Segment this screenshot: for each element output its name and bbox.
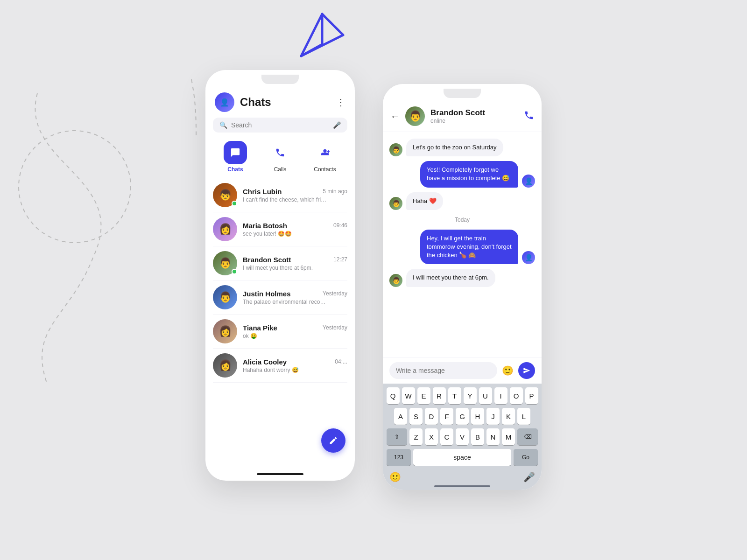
key-j[interactable]: J xyxy=(486,408,500,425)
space-key[interactable]: space xyxy=(413,449,511,466)
list-item[interactable]: 👨 Brandon Scott 12:27 I will meet you th… xyxy=(213,246,347,280)
key-v[interactable]: V xyxy=(456,428,469,445)
key-s[interactable]: S xyxy=(409,408,423,425)
key-l[interactable]: L xyxy=(517,408,530,425)
key-y[interactable]: Y xyxy=(464,387,477,404)
list-item[interactable]: 👩 Tiana Pike Yesterday ok 🤑 xyxy=(213,315,347,349)
key-w[interactable]: W xyxy=(402,387,415,404)
list-item[interactable]: 👩 Alicia Cooley 04:... Hahaha dont worry… xyxy=(213,349,347,383)
keyboard-emoji-row: 🙂 🎤 xyxy=(386,469,539,485)
phone-top-bar xyxy=(205,70,355,89)
chat-avatar: 👩 xyxy=(213,217,237,241)
msg-avatar: 👨 xyxy=(389,197,402,210)
key-m[interactable]: M xyxy=(502,428,515,445)
chat-preview: I can't find the cheese, which fridge is… xyxy=(243,196,327,203)
emoji-button[interactable]: 🙂 xyxy=(502,365,514,376)
key-g[interactable]: G xyxy=(456,408,469,425)
message-bubble: Let's go to the zoo on Saturday xyxy=(406,139,503,156)
keyboard-row-2: A S D F G H J K L xyxy=(386,408,539,425)
key-h[interactable]: H xyxy=(471,408,484,425)
key-b[interactable]: B xyxy=(471,428,484,445)
key-p[interactable]: P xyxy=(525,387,538,404)
tab-contacts[interactable]: Contacts xyxy=(313,141,337,173)
tab-contacts-label: Contacts xyxy=(314,166,336,173)
delete-key[interactable]: ⌫ xyxy=(517,428,538,445)
chat-list: 👦 Chris Lubin 5 min ago I can't find the… xyxy=(205,178,355,383)
call-button[interactable] xyxy=(524,110,534,123)
list-item[interactable]: 👨 Justin Holmes Yesterday The palaeo env… xyxy=(213,280,347,315)
msg-avatar-self: 👤 xyxy=(522,175,535,188)
chat-name: Chris Lubin xyxy=(243,188,282,196)
phone-notch xyxy=(261,75,299,84)
key-u[interactable]: U xyxy=(479,387,492,404)
key-d[interactable]: D xyxy=(425,408,438,425)
key-t[interactable]: T xyxy=(448,387,461,404)
message-input[interactable] xyxy=(389,362,497,379)
shift-key[interactable]: ⇧ xyxy=(387,428,407,445)
chat-time: 5 min ago xyxy=(323,188,347,195)
chat-info: Brandon Scott 12:27 I will meet you ther… xyxy=(243,256,347,271)
chat-info: Justin Holmes Yesterday The palaeo envir… xyxy=(243,290,347,305)
key-q[interactable]: Q xyxy=(387,387,400,404)
key-z[interactable]: Z xyxy=(409,428,423,445)
chat-time: 04:... xyxy=(335,358,347,365)
message-row: Yes!! Completely forgot we have a missio… xyxy=(389,161,535,187)
tab-calls-label: Calls xyxy=(274,166,287,173)
chat-info: Chris Lubin 5 min ago I can't find the c… xyxy=(243,188,347,203)
key-e[interactable]: E xyxy=(417,387,430,404)
chat-avatar: 👩 xyxy=(213,353,237,378)
tab-calls[interactable]: Calls xyxy=(268,141,292,173)
key-r[interactable]: R xyxy=(433,387,446,404)
home-indicator-keyboard xyxy=(434,485,490,487)
tabs: Chats Calls Contacts xyxy=(205,139,355,178)
keyboard-emoji-icon[interactable]: 🙂 xyxy=(389,471,401,483)
keyboard-mic-icon[interactable]: 🎤 xyxy=(523,471,535,483)
message-bubble: Haha ❤️ xyxy=(406,192,443,210)
chat-detail-phone: ← 👨 Brandon Scott online 👨 Let's go to t… xyxy=(383,84,542,490)
list-item[interactable]: 👩 Maria Botosh 09:46 see you later! 🤩🤩 xyxy=(213,212,347,246)
search-input[interactable] xyxy=(231,121,329,129)
search-bar[interactable]: 🔍 🎤 xyxy=(213,118,347,133)
message-row: 👨 Let's go to the zoo on Saturday xyxy=(389,139,535,156)
search-icon: 🔍 xyxy=(219,121,227,129)
key-a[interactable]: A xyxy=(394,408,407,425)
key-c[interactable]: C xyxy=(440,428,453,445)
numbers-key[interactable]: 123 xyxy=(387,449,411,466)
chat-avatar: 👩 xyxy=(213,319,237,343)
msg-avatar: 👨 xyxy=(389,274,402,287)
app-logo-icon xyxy=(296,9,348,63)
compose-button[interactable] xyxy=(321,428,345,453)
contact-info: Brandon Scott online xyxy=(430,108,518,124)
messages-area: 👨 Let's go to the zoo on Saturday Yes!! … xyxy=(383,132,542,357)
key-f[interactable]: F xyxy=(440,408,453,425)
keyboard-row-4: 123 space Go xyxy=(386,449,539,466)
svg-rect-4 xyxy=(328,150,329,154)
chat-avatar: 👨 xyxy=(213,251,237,275)
list-item[interactable]: 👦 Chris Lubin 5 min ago I can't find the… xyxy=(213,178,347,212)
contact-name: Brandon Scott xyxy=(430,108,518,118)
user-avatar: 👤 xyxy=(215,92,234,112)
chats-tab-icon-bg xyxy=(224,141,247,164)
key-o[interactable]: O xyxy=(510,387,523,404)
back-button[interactable]: ← xyxy=(390,111,400,122)
key-x[interactable]: X xyxy=(425,428,438,445)
keyboard: Q W E R T Y U I O P A S D F G H J K xyxy=(383,384,542,490)
key-n[interactable]: N xyxy=(486,428,500,445)
keyboard-row-3: ⇧ Z X C V B N M ⌫ xyxy=(386,428,539,445)
chat-info: Alicia Cooley 04:... Hahaha dont worry 😅 xyxy=(243,358,347,373)
key-i[interactable]: I xyxy=(494,387,507,404)
go-key[interactable]: Go xyxy=(514,449,538,466)
tab-chats[interactable]: Chats xyxy=(224,141,247,173)
date-divider: Today xyxy=(389,215,535,225)
contacts-tab-icon-bg xyxy=(313,141,337,164)
calls-tab-icon-bg xyxy=(268,141,292,164)
key-k[interactable]: K xyxy=(502,408,515,425)
chat-preview: see you later! 🤩🤩 xyxy=(243,231,327,237)
chat-name: Brandon Scott xyxy=(243,256,291,264)
more-options-button[interactable]: ⋮ xyxy=(336,97,345,108)
send-message-button[interactable] xyxy=(518,362,535,379)
message-bubble: I will meet you there at 6pm. xyxy=(406,269,495,287)
phones-container: 👤 Chats ⋮ 🔍 🎤 Chats xyxy=(205,70,542,490)
message-row: 👨 Haha ❤️ xyxy=(389,192,535,210)
chat-list-phone: 👤 Chats ⋮ 🔍 🎤 Chats xyxy=(205,70,355,481)
